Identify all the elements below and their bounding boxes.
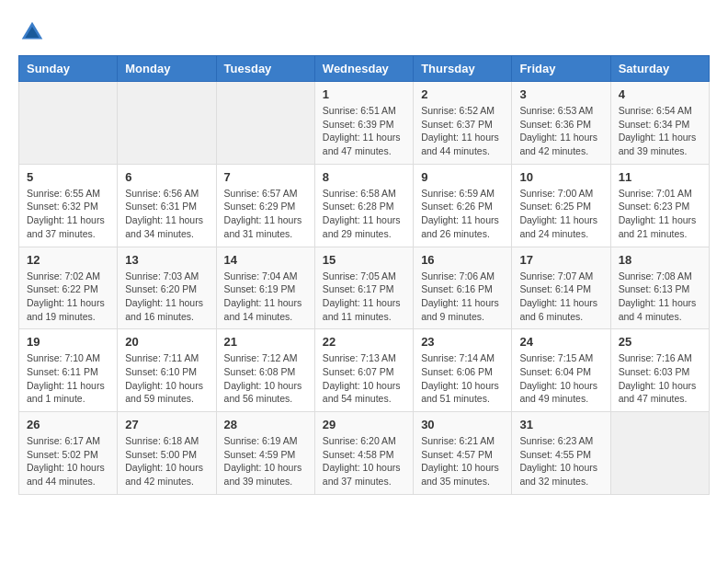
day-number: 21 bbox=[224, 335, 307, 349]
header-day-thursday: Thursday bbox=[414, 56, 512, 82]
week-row-5: 26Sunrise: 6:17 AM Sunset: 5:02 PM Dayli… bbox=[19, 412, 710, 495]
day-info: Sunrise: 7:08 AM Sunset: 6:13 PM Dayligh… bbox=[619, 270, 701, 324]
day-number: 29 bbox=[323, 418, 405, 431]
week-row-2: 5Sunrise: 6:55 AM Sunset: 6:32 PM Daylig… bbox=[19, 164, 710, 247]
calendar-cell: 12Sunrise: 7:02 AM Sunset: 6:22 PM Dayli… bbox=[19, 247, 118, 329]
calendar-cell: 28Sunrise: 6:19 AM Sunset: 4:59 PM Dayli… bbox=[216, 412, 314, 495]
day-number: 12 bbox=[27, 253, 109, 267]
day-info: Sunrise: 6:20 AM Sunset: 4:58 PM Dayligh… bbox=[323, 434, 405, 488]
calendar-cell: 18Sunrise: 7:08 AM Sunset: 6:13 PM Dayli… bbox=[610, 247, 709, 329]
day-number: 20 bbox=[125, 335, 208, 349]
header-day-tuesday: Tuesday bbox=[216, 56, 314, 82]
day-info: Sunrise: 7:05 AM Sunset: 6:17 PM Dayligh… bbox=[323, 270, 405, 324]
day-number: 11 bbox=[619, 170, 701, 184]
day-info: Sunrise: 6:23 AM Sunset: 4:55 PM Dayligh… bbox=[519, 434, 602, 488]
calendar-cell: 4Sunrise: 6:54 AM Sunset: 6:34 PM Daylig… bbox=[610, 82, 709, 165]
day-number: 8 bbox=[323, 170, 405, 184]
calendar-cell: 3Sunrise: 6:53 AM Sunset: 6:36 PM Daylig… bbox=[512, 82, 610, 165]
week-row-4: 19Sunrise: 7:10 AM Sunset: 6:11 PM Dayli… bbox=[19, 329, 710, 412]
day-number: 5 bbox=[27, 170, 109, 184]
calendar-cell: 25Sunrise: 7:16 AM Sunset: 6:03 PM Dayli… bbox=[610, 329, 709, 412]
calendar-cell: 9Sunrise: 6:59 AM Sunset: 6:26 PM Daylig… bbox=[414, 164, 512, 247]
day-info: Sunrise: 6:19 AM Sunset: 4:59 PM Dayligh… bbox=[224, 434, 307, 488]
day-number: 31 bbox=[519, 418, 602, 431]
calendar-cell: 15Sunrise: 7:05 AM Sunset: 6:17 PM Dayli… bbox=[314, 247, 413, 329]
day-info: Sunrise: 6:17 AM Sunset: 5:02 PM Dayligh… bbox=[27, 434, 109, 488]
day-info: Sunrise: 6:53 AM Sunset: 6:36 PM Dayligh… bbox=[519, 104, 602, 158]
day-number: 2 bbox=[421, 87, 504, 101]
day-info: Sunrise: 7:13 AM Sunset: 6:07 PM Dayligh… bbox=[323, 351, 405, 406]
day-info: Sunrise: 6:54 AM Sunset: 6:34 PM Dayligh… bbox=[619, 104, 701, 158]
calendar-cell bbox=[610, 412, 709, 495]
calendar-body: 1Sunrise: 6:51 AM Sunset: 6:39 PM Daylig… bbox=[19, 82, 710, 495]
logo bbox=[18, 18, 51, 46]
calendar-cell: 5Sunrise: 6:55 AM Sunset: 6:32 PM Daylig… bbox=[19, 164, 118, 247]
day-info: Sunrise: 6:18 AM Sunset: 5:00 PM Dayligh… bbox=[125, 434, 208, 488]
day-info: Sunrise: 7:03 AM Sunset: 6:20 PM Dayligh… bbox=[125, 270, 208, 324]
day-number: 27 bbox=[125, 418, 208, 431]
day-info: Sunrise: 7:11 AM Sunset: 6:10 PM Dayligh… bbox=[125, 351, 208, 406]
week-row-3: 12Sunrise: 7:02 AM Sunset: 6:22 PM Dayli… bbox=[19, 247, 710, 329]
calendar-cell: 23Sunrise: 7:14 AM Sunset: 6:06 PM Dayli… bbox=[414, 329, 512, 412]
header-day-friday: Friday bbox=[512, 56, 610, 82]
calendar-cell: 21Sunrise: 7:12 AM Sunset: 6:08 PM Dayli… bbox=[216, 329, 314, 412]
logo-icon bbox=[18, 18, 46, 46]
day-number: 26 bbox=[27, 418, 109, 431]
day-info: Sunrise: 6:51 AM Sunset: 6:39 PM Dayligh… bbox=[323, 104, 405, 158]
calendar-cell: 16Sunrise: 7:06 AM Sunset: 6:16 PM Dayli… bbox=[414, 247, 512, 329]
day-number: 15 bbox=[323, 253, 405, 267]
calendar-cell: 13Sunrise: 7:03 AM Sunset: 6:20 PM Dayli… bbox=[118, 247, 216, 329]
calendar-cell: 19Sunrise: 7:10 AM Sunset: 6:11 PM Dayli… bbox=[19, 329, 118, 412]
day-info: Sunrise: 7:02 AM Sunset: 6:22 PM Dayligh… bbox=[27, 270, 109, 324]
day-number: 7 bbox=[224, 170, 307, 184]
header-day-sunday: Sunday bbox=[19, 56, 118, 82]
day-info: Sunrise: 6:52 AM Sunset: 6:37 PM Dayligh… bbox=[421, 104, 504, 158]
header-row: SundayMondayTuesdayWednesdayThursdayFrid… bbox=[19, 56, 710, 82]
day-number: 24 bbox=[519, 335, 602, 349]
day-number: 25 bbox=[619, 335, 701, 349]
day-info: Sunrise: 7:07 AM Sunset: 6:14 PM Dayligh… bbox=[519, 270, 602, 324]
day-info: Sunrise: 7:01 AM Sunset: 6:23 PM Dayligh… bbox=[619, 187, 701, 241]
day-info: Sunrise: 7:00 AM Sunset: 6:25 PM Dayligh… bbox=[519, 187, 602, 241]
day-info: Sunrise: 7:14 AM Sunset: 6:06 PM Dayligh… bbox=[421, 351, 504, 406]
day-info: Sunrise: 6:58 AM Sunset: 6:28 PM Dayligh… bbox=[323, 187, 405, 241]
day-number: 10 bbox=[519, 170, 602, 184]
day-number: 19 bbox=[27, 335, 109, 349]
header-day-monday: Monday bbox=[118, 56, 216, 82]
calendar-cell: 20Sunrise: 7:11 AM Sunset: 6:10 PM Dayli… bbox=[118, 329, 216, 412]
calendar-cell: 11Sunrise: 7:01 AM Sunset: 6:23 PM Dayli… bbox=[610, 164, 709, 247]
day-info: Sunrise: 7:15 AM Sunset: 6:04 PM Dayligh… bbox=[519, 351, 602, 406]
day-info: Sunrise: 6:56 AM Sunset: 6:31 PM Dayligh… bbox=[125, 187, 208, 241]
calendar-cell: 26Sunrise: 6:17 AM Sunset: 5:02 PM Dayli… bbox=[19, 412, 118, 495]
calendar-cell: 2Sunrise: 6:52 AM Sunset: 6:37 PM Daylig… bbox=[414, 82, 512, 165]
day-number: 23 bbox=[421, 335, 504, 349]
calendar-cell: 6Sunrise: 6:56 AM Sunset: 6:31 PM Daylig… bbox=[118, 164, 216, 247]
calendar-cell: 29Sunrise: 6:20 AM Sunset: 4:58 PM Dayli… bbox=[314, 412, 413, 495]
calendar-table: SundayMondayTuesdayWednesdayThursdayFrid… bbox=[18, 55, 710, 495]
calendar-header: SundayMondayTuesdayWednesdayThursdayFrid… bbox=[19, 56, 710, 82]
day-info: Sunrise: 6:57 AM Sunset: 6:29 PM Dayligh… bbox=[224, 187, 307, 241]
day-number: 14 bbox=[224, 253, 307, 267]
page-header bbox=[18, 18, 710, 46]
day-number: 28 bbox=[224, 418, 307, 431]
day-number: 1 bbox=[323, 87, 405, 101]
day-number: 22 bbox=[323, 335, 405, 349]
calendar-cell bbox=[216, 82, 314, 165]
day-info: Sunrise: 7:12 AM Sunset: 6:08 PM Dayligh… bbox=[224, 351, 307, 406]
calendar-cell: 8Sunrise: 6:58 AM Sunset: 6:28 PM Daylig… bbox=[314, 164, 413, 247]
calendar-cell: 30Sunrise: 6:21 AM Sunset: 4:57 PM Dayli… bbox=[414, 412, 512, 495]
calendar-cell: 27Sunrise: 6:18 AM Sunset: 5:00 PM Dayli… bbox=[118, 412, 216, 495]
header-day-saturday: Saturday bbox=[610, 56, 709, 82]
week-row-1: 1Sunrise: 6:51 AM Sunset: 6:39 PM Daylig… bbox=[19, 82, 710, 165]
day-number: 13 bbox=[125, 253, 208, 267]
calendar-cell: 7Sunrise: 6:57 AM Sunset: 6:29 PM Daylig… bbox=[216, 164, 314, 247]
calendar-cell: 10Sunrise: 7:00 AM Sunset: 6:25 PM Dayli… bbox=[512, 164, 610, 247]
calendar-cell: 14Sunrise: 7:04 AM Sunset: 6:19 PM Dayli… bbox=[216, 247, 314, 329]
day-number: 18 bbox=[619, 253, 701, 267]
day-number: 4 bbox=[619, 87, 701, 101]
day-info: Sunrise: 7:04 AM Sunset: 6:19 PM Dayligh… bbox=[224, 270, 307, 324]
calendar-cell: 31Sunrise: 6:23 AM Sunset: 4:55 PM Dayli… bbox=[512, 412, 610, 495]
day-number: 6 bbox=[125, 170, 208, 184]
day-number: 17 bbox=[519, 253, 602, 267]
day-info: Sunrise: 6:21 AM Sunset: 4:57 PM Dayligh… bbox=[421, 434, 504, 488]
